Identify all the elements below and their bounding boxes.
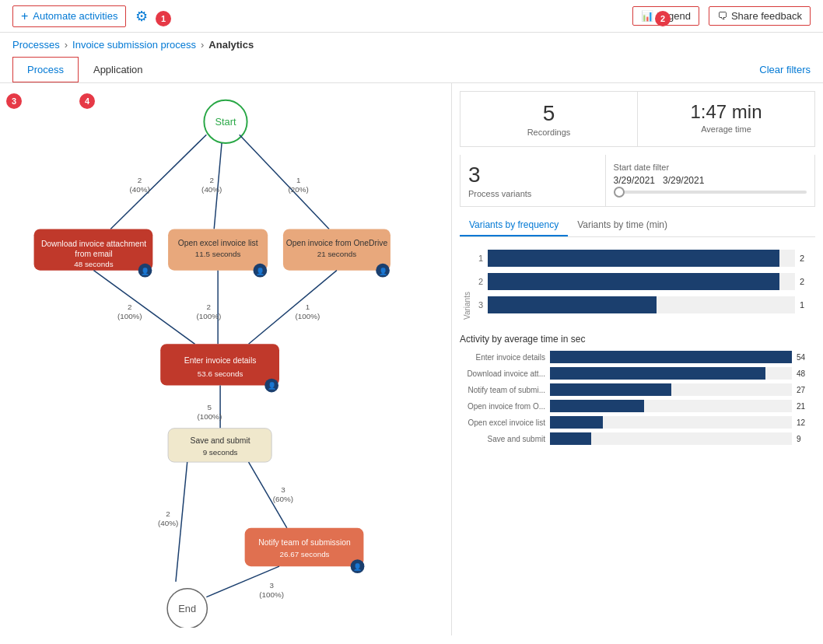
svg-text:(100%): (100%) [296, 312, 320, 320]
svg-text:Enter invoice details: Enter invoice details [184, 356, 257, 365]
bar-inner-3 [488, 296, 657, 313]
bar-outer-1 [488, 250, 795, 267]
variants-chart-container: Variants 1 2 2 2 [460, 250, 815, 320]
svg-text:2: 2 [166, 509, 170, 518]
activity-label-2: Download invoice att... [460, 369, 545, 378]
svg-text:3: 3 [281, 486, 285, 495]
svg-text:Start: Start [215, 116, 236, 128]
svg-text:9 seconds: 9 seconds [203, 448, 238, 457]
svg-text:(40%): (40%) [129, 185, 149, 194]
svg-text:2: 2 [207, 303, 211, 311]
date-filter-label: Start date filter [614, 163, 807, 172]
activity-bar-outer-2 [550, 367, 792, 380]
svg-line-8 [240, 135, 329, 229]
activity-bar-outer-1 [550, 351, 792, 363]
topbar: + Automate activities ⚙ 📊 Legend 🗨 Share… [0, 0, 823, 33]
date-to: 3/29/2021 [663, 175, 704, 186]
activity-value-5: 12 [797, 418, 815, 427]
diagram-area: Start 2 (40%) 2 (40%) 1 (20%) Download i… [0, 83, 451, 635]
variants-stat: 3 Process variants [460, 155, 605, 207]
stats-bottom-row: 3 Process variants Start date filter 3/2… [460, 155, 815, 207]
svg-text:Open invoice from OneDrive: Open invoice from OneDrive [286, 239, 388, 247]
activity-bar-inner-5 [550, 416, 603, 429]
svg-text:👤: 👤 [379, 267, 388, 276]
svg-text:(100%): (100%) [259, 590, 284, 599]
svg-text:48 seconds: 48 seconds [74, 260, 113, 268]
tabs-row: Process Application Clear filters [0, 57, 823, 83]
breadcrumb-processes[interactable]: Processes [12, 39, 60, 51]
activity-bar-outer-5 [550, 416, 792, 429]
bar-outer-2 [488, 273, 795, 290]
activity-row-6: Save and submit 9 [460, 432, 815, 445]
activity-row-5: Open excel invoice list 12 [460, 416, 815, 429]
svg-text:End: End [178, 603, 196, 614]
svg-text:(100%): (100%) [117, 312, 142, 320]
y-axis-label: Variants [460, 250, 471, 320]
tabs: Process Application [12, 57, 158, 82]
flow-diagram: Start 2 (40%) 2 (40%) 1 (20%) Download i… [8, 91, 443, 628]
settings-icon[interactable]: ⚙ [135, 8, 148, 25]
activity-value-6: 9 [797, 435, 815, 443]
date-slider-track[interactable] [614, 191, 807, 194]
svg-text:👤: 👤 [256, 267, 265, 276]
automate-activities-button[interactable]: + Automate activities [12, 5, 126, 27]
bar-label-3: 3 [471, 300, 483, 310]
variants-label: Process variants [468, 189, 597, 198]
svg-text:21 seconds: 21 seconds [317, 250, 356, 258]
tab-variants-frequency[interactable]: Variants by frequency [460, 215, 568, 236]
activity-value-3: 27 [797, 386, 815, 394]
tab-application[interactable]: Application [79, 57, 158, 82]
breadcrumb-current: Analytics [208, 39, 254, 51]
bar-outer-3 [488, 296, 795, 313]
svg-text:from email: from email [75, 250, 112, 258]
plus-icon: + [21, 9, 28, 23]
variant-bar-row-3: 3 1 [471, 296, 815, 313]
automate-activities-label: Automate activities [33, 10, 117, 22]
activity-bar-inner-6 [550, 432, 591, 445]
activity-bar-inner-1 [550, 351, 792, 363]
variant-bar-row-1: 1 2 [471, 250, 815, 267]
activity-bar-inner-4 [550, 400, 644, 412]
svg-text:53.6 seconds: 53.6 seconds [198, 369, 243, 378]
date-filter-box: Start date filter 3/29/2021 3/29/2021 [605, 155, 815, 207]
activity-row-2: Download invoice att... 48 [460, 367, 815, 380]
activity-value-1: 54 [797, 353, 815, 362]
activity-bar-inner-2 [550, 367, 765, 380]
date-slider-thumb[interactable] [614, 187, 625, 198]
svg-text:2: 2 [138, 176, 142, 184]
variants-value: 3 [468, 163, 597, 187]
tab-variants-time[interactable]: Variants by time (min) [568, 215, 677, 236]
clear-filters-button[interactable]: Clear filters [759, 58, 811, 82]
breadcrumb-sep1: › [65, 39, 68, 51]
svg-text:Download invoice attachment: Download invoice attachment [41, 240, 146, 248]
annotation-4: 4 [79, 93, 95, 109]
annotation-3: 3 [6, 93, 22, 109]
activity-label-5: Open excel invoice list [460, 418, 545, 427]
variant-tabs: Variants by frequency Variants by time (… [460, 215, 815, 237]
recordings-value: 5 [468, 101, 629, 126]
activity-chart-title: Activity by average time in sec [460, 334, 815, 345]
svg-text:(100%): (100%) [197, 412, 222, 421]
avg-time-value: 1:47 min [646, 101, 807, 123]
bar-label-1: 1 [471, 254, 483, 263]
breadcrumb-sep2: › [201, 39, 204, 51]
svg-text:Open excel invoice list: Open excel invoice list [178, 239, 258, 247]
feedback-icon: 🗨 [717, 10, 727, 22]
bar-value-1: 2 [800, 254, 815, 263]
breadcrumb-process-name[interactable]: Invoice submission process [72, 39, 196, 51]
svg-text:(40%): (40%) [158, 519, 178, 527]
activity-row-3: Notify team of submi... 27 [460, 383, 815, 396]
stats-top-row: 5 Recordings 1:47 min Average time [460, 91, 815, 147]
activity-bar-outer-3 [550, 383, 792, 396]
svg-text:Save and submit: Save and submit [191, 436, 250, 445]
tab-process[interactable]: Process [12, 57, 79, 82]
activity-label-1: Enter invoice details [460, 353, 545, 362]
share-feedback-button[interactable]: 🗨 Share feedback [709, 6, 811, 26]
svg-text:👤: 👤 [353, 562, 362, 572]
analytics-panel: 5 Recordings 1:47 min Average time 3 Pro… [451, 83, 823, 635]
date-from: 3/29/2021 [614, 175, 655, 186]
recordings-stat: 5 Recordings [460, 91, 637, 147]
avg-time-label: Average time [646, 124, 807, 134]
svg-text:1: 1 [306, 303, 310, 311]
activity-label-6: Save and submit [460, 435, 545, 443]
